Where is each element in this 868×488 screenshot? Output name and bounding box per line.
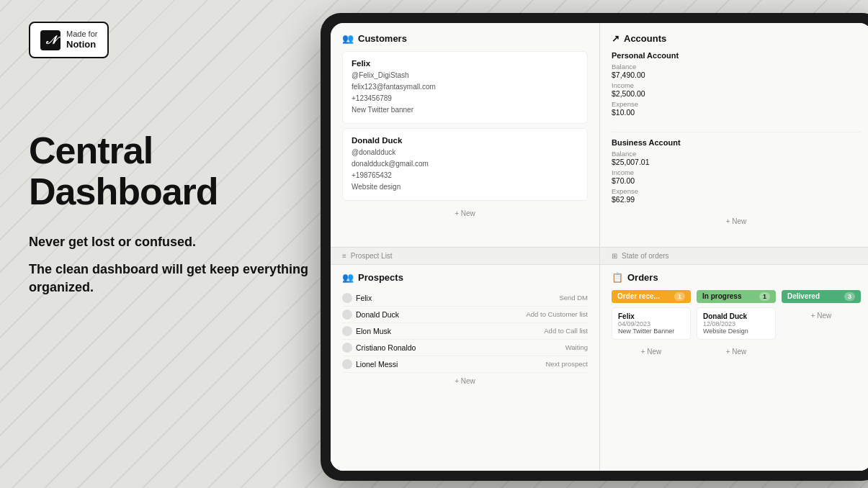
prospect-name-felix: Felix (342, 293, 372, 303)
col-progress-label: In progress (702, 292, 741, 300)
business-account-name: Business Account (612, 138, 861, 147)
prospect-row-lionel: Lionel Messi Next prospect (342, 356, 588, 373)
business-income-label: Income (612, 168, 861, 176)
prospect-name-donald: Donald Duck (342, 309, 399, 320)
order-card-donald: Donald Duck 12/08/2023 Website Design (697, 307, 776, 340)
personal-account-section: Personal Account Balance $7,490.00 Incom… (612, 51, 861, 119)
prospect-name-cristiano: Cristiano Ronaldo (342, 343, 416, 353)
prospect-list-label: Prospect List (351, 252, 393, 260)
orders-columns: Order rece... 1 Felix 04/09/2023 New Twi… (612, 290, 861, 461)
badge-made-for: Made for (66, 29, 97, 39)
order-col-progress: In progress 1 Donald Duck 12/08/2023 Web… (697, 290, 776, 461)
prospect-action-felix: Send DM (559, 294, 588, 302)
prospects-title: 👥 Prospects (342, 272, 588, 283)
prospect-name-lionel: Lionel Messi (342, 359, 398, 369)
prospects-breadcrumb: ≡ Prospect List (331, 248, 599, 265)
person-icon-cristiano (342, 343, 352, 353)
business-balance-value: $25,007.01 (612, 158, 861, 166)
orders-breadcrumb-icon: ⊞ (612, 252, 617, 260)
customer-name-donald: Donald Duck (352, 136, 578, 145)
prospect-row-cristiano: Cristiano Ronaldo Waiting (342, 340, 588, 356)
left-panel: 𝒩 Made for Notion Central Dashboard Neve… (0, 0, 339, 488)
customer-detail-donald: @donaldduck donaldduck@gmail.com +198765… (352, 147, 578, 193)
business-income-value: $70.00 (612, 176, 861, 185)
notion-logo-icon: 𝒩 (40, 30, 61, 50)
order-col-received-new[interactable]: + New (612, 343, 691, 360)
prospects-new-button[interactable]: + New (342, 373, 588, 389)
personal-expense-value: $10.00 (612, 108, 861, 117)
person-icon-lionel (342, 359, 352, 369)
person-icon-felix (342, 293, 352, 303)
order-col-progress-new[interactable]: + New (697, 343, 776, 360)
tablet-device: 👥 Customers Felix @Felix_DigiStash felix… (321, 13, 868, 481)
person-icon-donald (342, 309, 352, 320)
person-icon-elon (342, 326, 352, 336)
subtitle2: The clean dashboard will get keep everyt… (29, 261, 310, 297)
badge-text: Made for Notion (66, 29, 97, 51)
accounts-title: ↗ Accounts (612, 33, 861, 44)
orders-content: 📋 Orders Order rece... 1 Felix 04/09/202… (600, 265, 868, 471)
col-progress-count: 1 (759, 292, 770, 301)
order-donald-desc: Website Design (703, 327, 769, 335)
order-felix-name: Felix (618, 312, 684, 320)
prospect-action-cristiano: Waiting (565, 343, 588, 351)
orders-panel: ⊞ State of orders 📋 Orders Order rece...… (600, 248, 868, 471)
customers-panel: 👥 Customers Felix @Felix_DigiStash felix… (331, 23, 599, 247)
personal-expense-label: Expense (612, 100, 861, 108)
main-title: Central Dashboard (29, 130, 310, 212)
prospect-action-elon: Add to Call list (544, 327, 588, 335)
order-card-felix: Felix 04/09/2023 New Twitter Banner (612, 307, 691, 340)
personal-income-label: Income (612, 81, 861, 89)
customers-title: 👥 Customers (342, 33, 588, 44)
order-col-received-header: Order rece... 1 (612, 290, 691, 303)
prospects-icon: 👥 (342, 272, 354, 283)
personal-account-name: Personal Account (612, 51, 861, 60)
col-delivered-label: Delivered (787, 292, 820, 300)
order-felix-desc: New Twitter Banner (618, 327, 684, 335)
orders-breadcrumb: ⊞ State of orders (600, 248, 868, 265)
prospect-row-elon: Elon Musk Add to Call list (342, 323, 588, 340)
accounts-divider (612, 132, 861, 132)
col-delivered-count: 3 (844, 292, 855, 301)
prospect-list-icon: ≡ (342, 252, 346, 260)
customers-new-button[interactable]: + New (342, 205, 588, 222)
prospect-row-felix: Felix Send DM (342, 290, 588, 307)
customer-card-felix: Felix @Felix_DigiStash felix123@fantasym… (342, 51, 588, 124)
order-donald-name: Donald Duck (703, 312, 769, 320)
accounts-new-button[interactable]: + New (612, 213, 861, 230)
customer-name-felix: Felix (352, 59, 578, 68)
notion-badge: 𝒩 Made for Notion (29, 22, 109, 58)
order-col-progress-header: In progress 1 (697, 290, 776, 303)
prospect-action-lionel: Next prospect (545, 360, 588, 368)
orders-breadcrumb-label: State of orders (622, 252, 669, 260)
subtitle1: Never get lost or confused. (29, 235, 310, 250)
prospect-row-donald: Donald Duck Add to Customer list (342, 307, 588, 323)
col-received-label: Order rece... (617, 292, 660, 300)
order-col-delivered-header: Delivered 3 (782, 290, 861, 303)
order-donald-date: 12/08/2023 (703, 320, 769, 327)
personal-balance-value: $7,490.00 (612, 71, 861, 79)
accounts-icon: ↗ (612, 33, 619, 44)
business-expense-label: Expense (612, 187, 861, 195)
tablet-screen: 👥 Customers Felix @Felix_DigiStash felix… (331, 23, 868, 471)
orders-icon: 📋 (612, 272, 623, 283)
order-col-delivered: Delivered 3 + New (782, 290, 861, 461)
order-col-received: Order rece... 1 Felix 04/09/2023 New Twi… (612, 290, 691, 461)
orders-title: 📋 Orders (612, 272, 861, 283)
prospects-content: 👥 Prospects Felix Send DM Donald Duck (331, 265, 599, 471)
customer-card-donald: Donald Duck @donaldduck donaldduck@gmail… (342, 128, 588, 201)
business-account-section: Business Account Balance $25,007.01 Inco… (612, 138, 861, 206)
prospects-panel: ≡ Prospect List 👥 Prospects Felix Send D… (331, 248, 599, 471)
col-received-count: 1 (674, 292, 685, 301)
order-col-delivered-new[interactable]: + New (782, 307, 861, 324)
customers-icon: 👥 (342, 33, 354, 44)
prospect-name-elon: Elon Musk (342, 326, 391, 336)
personal-balance-label: Balance (612, 63, 861, 71)
customer-detail-felix: @Felix_DigiStash felix123@fantasymall.co… (352, 70, 578, 116)
personal-income-value: $2,500.00 (612, 89, 861, 98)
order-felix-date: 04/09/2023 (618, 320, 684, 327)
business-expense-value: $62.99 (612, 195, 861, 204)
business-balance-label: Balance (612, 150, 861, 158)
accounts-panel: ↗ Accounts Personal Account Balance $7,4… (600, 23, 868, 247)
prospect-action-donald: Add to Customer list (526, 310, 588, 318)
